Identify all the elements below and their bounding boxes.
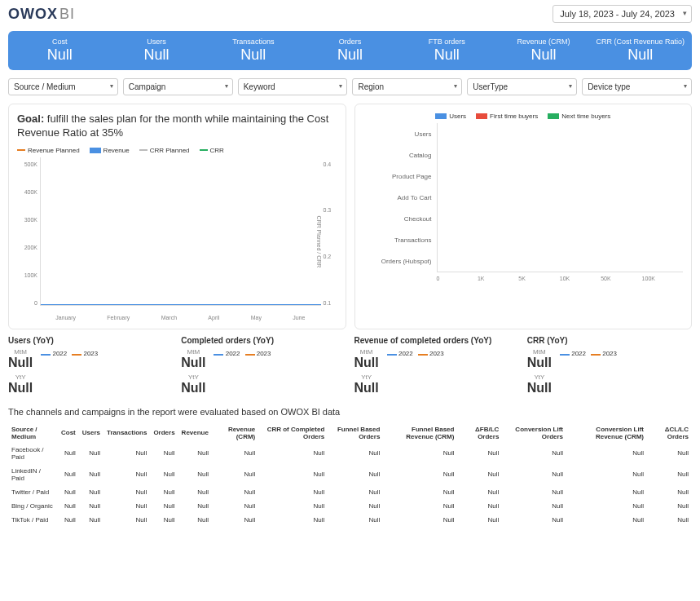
filter-region[interactable]: Region	[352, 78, 462, 95]
filter-source-medium[interactable]: Source / Medium	[8, 78, 118, 95]
yoy-card: Users (YoY) MtMNull YtYNull 2022 2023	[8, 336, 173, 399]
yoy-card: Revenue of completed orders (YoY) MtMNul…	[354, 336, 519, 399]
col-header[interactable]: Funnel Based Revenue (CRM)	[383, 423, 457, 443]
metric-users: UsersNull	[108, 38, 205, 64]
filter-campaign[interactable]: Campaign	[123, 78, 233, 95]
col-header[interactable]: Conversion Lift Revenue (CRM)	[566, 423, 647, 443]
logo: OWOXBI	[8, 6, 75, 23]
date-range-picker[interactable]: July 18, 2023 - July 24, 2023	[553, 5, 692, 23]
funnel-chart: UsersCatalogProduct PageAdd To CartCheck…	[363, 123, 684, 319]
metrics-bar: CostNullUsersNullTransactionsNullOrdersN…	[8, 31, 692, 70]
col-header[interactable]: Conversion Lift Orders	[502, 423, 566, 443]
col-header[interactable]: CRR of Completed Orders	[258, 423, 328, 443]
metric-orders: OrdersNull	[302, 38, 398, 64]
col-header[interactable]: ΔCL/LC Orders	[647, 423, 692, 443]
metric-revenue-crm-: Revenue (CRM)Null	[495, 38, 592, 64]
table-row[interactable]: Bing / OrganicNullNullNullNullNullNullNu…	[8, 499, 692, 513]
yoy-card: CRR (YoY) MtMNull YtYNull 2022 2023	[527, 336, 692, 399]
yoy-card: Completed orders (YoY) MtMNull YtYNull 2…	[181, 336, 346, 399]
col-header[interactable]: Transactions	[103, 423, 150, 443]
col-header[interactable]: Users	[79, 423, 103, 443]
col-header[interactable]: Revenue	[178, 423, 212, 443]
funnel-chart-card: Users First time buyers Next time buyers…	[354, 104, 693, 329]
table-row[interactable]: Facebook / PaidNullNullNullNullNullNullN…	[8, 443, 692, 464]
metric-transactions: TransactionsNull	[205, 38, 302, 64]
col-header[interactable]: Funnel Based Orders	[328, 423, 383, 443]
col-header[interactable]: ΔFB/LC Orders	[457, 423, 502, 443]
table-title: The channels and campaigns in the report…	[8, 407, 692, 417]
table-row[interactable]: LinkedIN / PaidNullNullNullNullNullNullN…	[8, 464, 692, 485]
goal-text: Goal: fulfill the sales plan for the mon…	[17, 113, 337, 140]
goal-chart-card: Goal: fulfill the sales plan for the mon…	[8, 104, 346, 329]
metric-crr-cost-revenue-ratio-: CRR (Cost Revenue Ratio)Null	[592, 38, 689, 64]
metric-ftb-orders: FTB ordersNull	[398, 38, 495, 64]
table-row[interactable]: TikTok / PaidNullNullNullNullNullNullNul…	[8, 513, 692, 527]
col-header[interactable]: Revenue (CRM)	[212, 423, 258, 443]
col-header[interactable]: Cost	[58, 423, 79, 443]
col-header[interactable]: Source / Medium	[8, 423, 58, 443]
filter-device-type[interactable]: Device type	[582, 78, 692, 95]
metric-cost: CostNull	[11, 38, 108, 64]
revenue-chart: 500K400K300K200K100K0 0.40.30.20.1 CRR P…	[17, 157, 337, 320]
funnel-legend: Users First time buyers Next time buyers	[363, 113, 684, 120]
filter-usertype[interactable]: UserType	[467, 78, 577, 95]
channels-table: Source / MediumCostUsersTransactionsOrde…	[8, 423, 692, 527]
table-row[interactable]: Twitter / PaidNullNullNullNullNullNullNu…	[8, 485, 692, 499]
filter-keyword[interactable]: Keyword	[238, 78, 348, 95]
col-header[interactable]: Orders	[150, 423, 178, 443]
chart1-legend: Revenue Planned Revenue CRR Planned CRR	[17, 147, 337, 154]
